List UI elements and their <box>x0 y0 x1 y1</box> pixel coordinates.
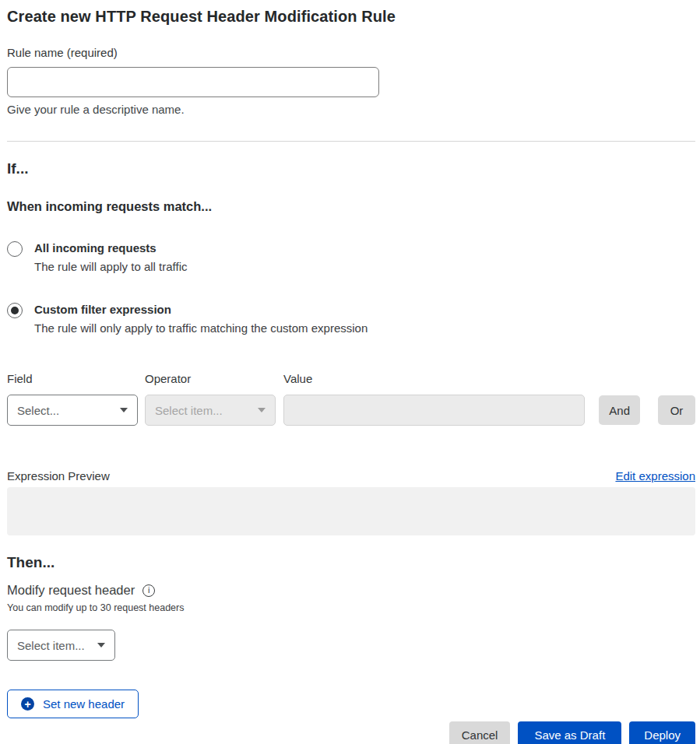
info-icon[interactable]: i <box>142 584 155 597</box>
and-button[interactable]: And <box>599 395 640 425</box>
header-action-select-value: Select item... <box>17 639 85 652</box>
operator-select-value: Select item... <box>155 404 223 417</box>
expression-preview-header: Expression Preview Edit expression <box>7 469 695 483</box>
set-new-header-button[interactable]: + Set new header <box>7 690 139 718</box>
value-label: Value <box>283 371 585 387</box>
value-input <box>283 395 585 426</box>
expression-preview-box <box>7 487 695 535</box>
header-action-select[interactable]: Select item... <box>7 630 115 661</box>
operator-label: Operator <box>145 371 276 387</box>
set-new-header-label: Set new header <box>43 697 125 711</box>
chevron-down-icon <box>120 408 128 412</box>
footer-actions: Cancel Save as Draft Deploy <box>7 721 695 744</box>
modify-request-header-label: Modify request header <box>7 583 135 598</box>
option-custom-filter-label[interactable]: Custom filter expression <box>34 302 368 318</box>
expression-preview-label: Expression Preview <box>7 469 110 483</box>
rule-name-label: Rule name (required) <box>7 45 695 61</box>
match-subheading: When incoming requests match... <box>7 198 695 215</box>
operator-select: Select item... <box>145 395 276 426</box>
radio-all-incoming-icon[interactable] <box>7 241 23 257</box>
expression-builder-row: Field Select... Operator Select item... … <box>7 371 695 426</box>
section-divider <box>7 141 695 142</box>
option-all-incoming-label[interactable]: All incoming requests <box>34 240 187 256</box>
chevron-down-icon <box>258 408 266 412</box>
then-heading: Then... <box>7 553 695 572</box>
page-title: Create new HTTP Request Header Modificat… <box>7 6 695 27</box>
radio-custom-filter-icon[interactable] <box>7 303 23 318</box>
header-limit-help: You can modify up to 30 request headers <box>7 602 695 613</box>
option-custom-filter-expression[interactable]: Custom filter expression The rule will o… <box>7 302 695 336</box>
or-button[interactable]: Or <box>658 395 695 425</box>
rule-name-input[interactable] <box>7 67 379 97</box>
plus-circle-icon: + <box>21 697 34 711</box>
chevron-down-icon <box>97 643 105 647</box>
deploy-button[interactable]: Deploy <box>629 721 695 744</box>
option-all-incoming-requests[interactable]: All incoming requests The rule will appl… <box>7 240 695 275</box>
create-rule-page: Create new HTTP Request Header Modificat… <box>0 0 700 744</box>
field-label: Field <box>7 371 138 387</box>
if-heading: If... <box>7 160 695 178</box>
field-select-value: Select... <box>17 404 59 417</box>
rule-name-help: Give your rule a descriptive name. <box>7 103 695 116</box>
option-custom-filter-description: The rule will only apply to traffic matc… <box>34 321 368 336</box>
cancel-button[interactable]: Cancel <box>449 721 511 744</box>
save-as-draft-button[interactable]: Save as Draft <box>518 721 621 744</box>
option-all-incoming-description: The rule will apply to all traffic <box>34 259 187 275</box>
edit-expression-link[interactable]: Edit expression <box>615 469 695 483</box>
field-select[interactable]: Select... <box>7 395 138 426</box>
